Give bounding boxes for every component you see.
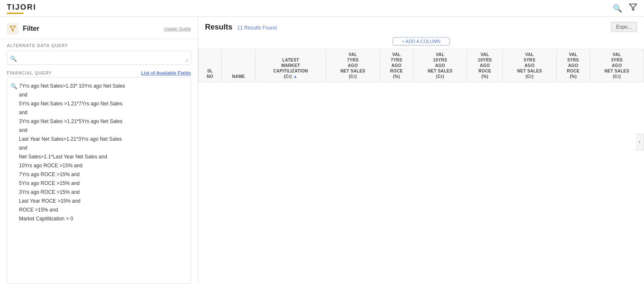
logo: TIJORI xyxy=(7,3,36,14)
fin-query-label: FINANCIAL QUERY List of Available Fields xyxy=(0,66,198,77)
query-search-icon: 🔍 xyxy=(11,82,17,91)
col-val5yr-roce: VAL5YRSAGOROCE(%) xyxy=(557,49,590,82)
add-column-button[interactable]: + ADD A COLUMN xyxy=(393,37,449,46)
available-fields-link[interactable]: List of Available Fields xyxy=(141,70,191,75)
col-name[interactable]: NAME xyxy=(221,49,255,82)
alt-search-icon: 🔍 xyxy=(10,55,17,62)
filter-funnel-icon xyxy=(7,23,19,35)
export-button[interactable]: Expo... xyxy=(611,22,637,32)
nav-icons: 🔍 xyxy=(613,3,637,13)
logo-underline xyxy=(7,13,24,14)
sidebar: Filter Usage Guide ALTERNATE DATA QUERY … xyxy=(0,17,198,284)
results-table-container[interactable]: SLNO NAME LATESTMARKETCAPITILIZATION(Cr)… xyxy=(198,49,644,284)
collapse-sidebar-button[interactable]: ‹ xyxy=(636,134,644,150)
query-text[interactable]: 7Yrs ago Net Sales>1.33* 10Yrs ago Net S… xyxy=(19,82,186,223)
results-table: SLNO NAME LATESTMARKETCAPITILIZATION(Cr)… xyxy=(198,49,644,82)
col-val3yr-net-sales: VAL3YRSAGONET SALES(Cr) xyxy=(590,49,644,82)
col-val7yr-net-sales: VAL7YRSAGONET SALES(Cr) xyxy=(326,49,380,82)
usage-guide-link[interactable]: Usage Guide xyxy=(164,26,191,31)
add-column-row: + ADD A COLUMN xyxy=(198,35,644,49)
col-sl: SLNO xyxy=(199,49,222,82)
sidebar-header: Filter Usage Guide xyxy=(0,17,198,39)
col-market-cap[interactable]: LATESTMARKETCAPITILIZATION(Cr) ▲ xyxy=(256,49,326,82)
filter-icon[interactable] xyxy=(629,3,637,13)
svg-marker-0 xyxy=(630,4,637,11)
results-panel: Results 11 Results Found Expo... + ADD A… xyxy=(198,17,644,284)
results-count: 11 Results Found xyxy=(237,25,277,31)
financial-query-box[interactable]: 🔍 7Yrs ago Net Sales>1.33* 10Yrs ago Net… xyxy=(7,77,191,284)
col-val10yr-roce: VAL10YRSAGOROCE(%) xyxy=(467,49,502,82)
col-val7yr-roce: VAL7YRSAGOROCE(%) xyxy=(380,49,413,82)
results-title: Results xyxy=(205,23,232,31)
expand-icon[interactable]: ↗ xyxy=(185,58,189,64)
search-icon[interactable]: 🔍 xyxy=(613,4,622,13)
alt-data-label: ALTERNATE DATA QUERY xyxy=(0,39,198,51)
results-header: Results 11 Results Found Expo... xyxy=(198,17,644,35)
filter-title: Filter xyxy=(23,25,164,32)
top-nav: TIJORI 🔍 xyxy=(0,0,644,17)
col-val5yr-net-sales: VAL5YRSAGONET SALES(Cr) xyxy=(503,49,557,82)
col-val10yr-net-sales: VAL10YRSAGONET SALES(Cr) xyxy=(413,49,467,82)
svg-marker-1 xyxy=(10,26,15,31)
alt-data-query-wrap: 🔍 ↗ xyxy=(0,51,198,66)
alt-data-input[interactable] xyxy=(7,51,191,65)
main-layout: Filter Usage Guide ALTERNATE DATA QUERY … xyxy=(0,17,644,284)
table-header-row: SLNO NAME LATESTMARKETCAPITILIZATION(Cr)… xyxy=(199,49,644,82)
